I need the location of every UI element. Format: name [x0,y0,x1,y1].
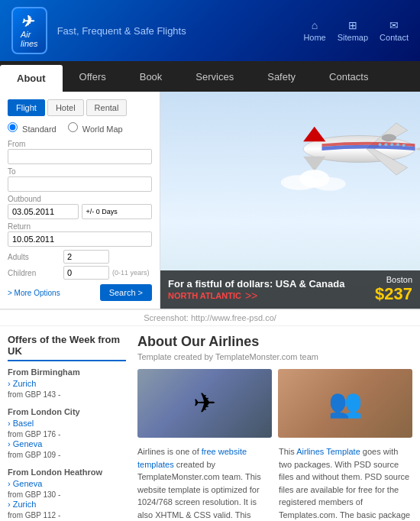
tagline: Fast, Frequent & Safe Flights [57,25,186,37]
home-icon: ⌂ [312,19,318,31]
outbound-label: Outbound [8,195,152,203]
search-button[interactable]: Search > [100,284,152,301]
main-nav: About Offers Book Services Safety Contac… [0,61,420,92]
children-input[interactable] [63,266,109,280]
sidebar-link-geneva2[interactable]: Geneva [8,479,126,488]
nav-contacts[interactable]: Contacts [312,61,385,92]
main-title: About Our Airlines [137,334,412,350]
contact-label: Contact [380,33,409,42]
photos-row: ✈ 👥 [137,369,412,438]
hero-deal-info: For a fistful of dollars: USA & Canada N… [168,278,344,302]
children-note: (0-11 years) [112,269,150,277]
sidebar-link-zurich1[interactable]: Zurich [8,379,126,388]
adults-label: Adults [8,253,61,261]
sidebar-title: Offers of the Week from UK [8,334,126,361]
sidebar-link-geneva1[interactable]: Geneva [8,439,126,448]
svg-point-3 [396,143,399,146]
people-photo-icon: 👥 [328,387,363,419]
to-label: To [8,167,152,176]
adults-field: Adults [8,250,152,264]
sidebar-price-zurich2: from GBP 112 - [8,511,60,519]
sidebar-section-london-heathrow: From London Heathrow Geneva from GBP 130… [8,468,126,521]
from-input[interactable] [8,149,152,164]
tab-flight[interactable]: Flight [8,99,45,116]
header-nav: ⌂ Home ⊞ Sitemap ✉ Contact [303,19,409,42]
sitemap-icon: ⊞ [348,19,357,31]
nav-about[interactable]: About [0,65,63,92]
sidebar-link-basel1[interactable]: Basel [8,419,126,428]
main-subtitle: Template created by TemplateMonster.com … [137,352,412,361]
tab-rental[interactable]: Rental [86,99,128,116]
outbound-input[interactable] [8,204,79,219]
sidebar-price-zurich1: from GBP 143 - [8,390,60,399]
svg-point-6 [378,143,381,146]
sidebar: Offers of the Week from UK From Birmingh… [8,334,126,521]
logo-text: Airlines [21,30,38,48]
nav-services[interactable]: Services [179,61,250,92]
svg-point-9 [312,177,345,191]
children-label: Children [8,269,61,277]
hero-deal-text: For a fistful of dollars: USA & Canada [168,278,344,290]
list-item: Basel from GBP 176 - [8,419,126,439]
hero-section: For a fistful of dollars: USA & Canada N… [160,92,420,309]
sidebar-price-basel1: from GBP 176 - [8,430,60,438]
nav-book[interactable]: Book [123,61,179,92]
to-field: To [8,167,152,192]
return-input[interactable] [8,231,152,247]
sidebar-from-heathrow: From London Heathrow [8,468,126,477]
hero-deal-sub: NORTH ATLANTIC [168,291,241,300]
list-item: Zurich from GBP 143 - [8,379,126,400]
search-tabs: Flight Hotel Rental [8,99,152,116]
svg-point-2 [402,144,405,147]
tab-hotel[interactable]: Hotel [47,99,84,116]
watermark: Screenshot: http://www.free-psd.co/ [0,309,420,326]
return-label: Return [8,222,152,231]
contact-nav-item[interactable]: ✉ Contact [380,19,409,42]
sidebar-section-birmingham: From Birmingham Zurich from GBP 143 - [8,367,126,400]
nav-safety[interactable]: Safety [250,61,312,92]
hero-price: $237 [375,284,412,304]
standard-option[interactable]: Standard [8,122,57,134]
lower-content: Offers of the Week from UK From Birmingh… [0,326,420,521]
free-templates-link[interactable]: free website templates [137,447,247,469]
outbound-days-input[interactable] [82,204,153,219]
list-item: Zurich from GBP 112 - [8,500,126,520]
search-hero-section: Flight Hotel Rental Standard World Map F… [0,92,420,309]
svg-point-5 [384,143,387,146]
svg-point-1 [381,134,396,142]
from-field: From [8,140,152,164]
outbound-field: Outbound [8,195,152,219]
to-input[interactable] [8,176,152,192]
hero-arrow-icon: >> [245,290,257,302]
photo-people: 👥 [278,369,412,438]
plane-photo-icon: ✈ [193,387,216,419]
text-right: This Airlines Template goes with two pac… [279,445,412,521]
sidebar-price-geneva2: from GBP 130 - [8,490,60,499]
text-block: Airlines is one of free website template… [137,445,412,521]
airlines-template-link[interactable]: Airlines Template [296,447,360,456]
search-panel: Flight Hotel Rental Standard World Map F… [0,92,160,309]
hero-plane [275,99,420,201]
list-item: Geneva from GBP 130 - [8,479,126,500]
logo-box: ✈ Airlines [11,7,47,54]
return-field: Return [8,222,152,247]
home-nav-item[interactable]: ⌂ Home [303,19,325,42]
header: ✈ Airlines Fast, Frequent & Safe Flights… [0,0,420,61]
contact-icon: ✉ [389,19,399,31]
svg-point-4 [390,143,393,146]
main-content: About Our Airlines Template created by T… [137,334,412,521]
more-options-link[interactable]: > More Options [8,289,60,297]
search-options: Standard World Map [8,122,152,134]
adults-input[interactable] [63,250,109,264]
list-item: Geneva from GBP 109 - [8,439,126,460]
worldmap-option[interactable]: World Map [68,122,123,134]
hero-city: Boston [375,275,412,284]
photo-plane: ✈ [137,369,272,438]
sidebar-section-london-city: From London City Basel from GBP 176 - Ge… [8,407,126,460]
nav-offers[interactable]: Offers [63,61,123,92]
sidebar-price-geneva1: from GBP 109 - [8,451,60,459]
logo: ✈ Airlines Fast, Frequent & Safe Flights [11,7,186,54]
sidebar-link-zurich2[interactable]: Zurich [8,500,126,509]
sidebar-from-birmingham: From Birmingham [8,367,126,377]
sitemap-nav-item[interactable]: ⊞ Sitemap [338,19,368,42]
